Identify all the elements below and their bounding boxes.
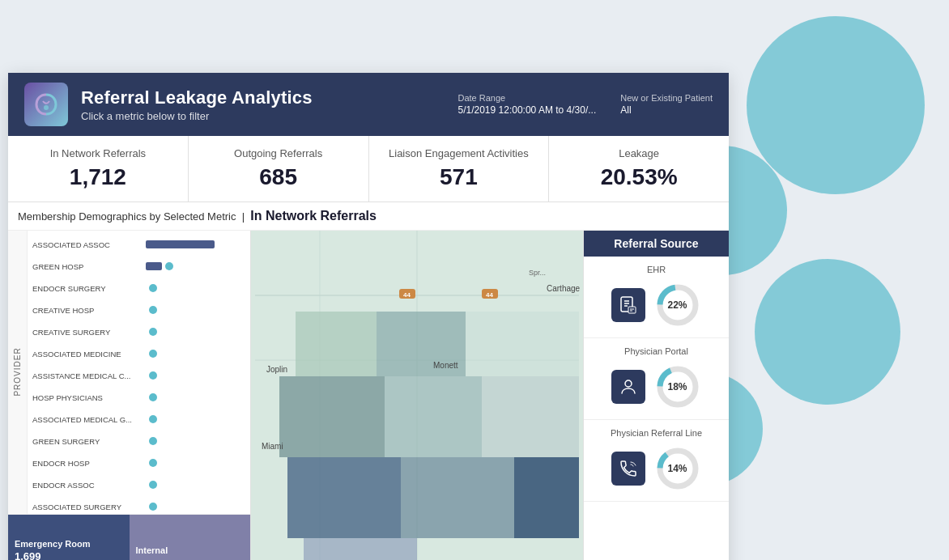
metric-in-network[interactable]: In Network Referrals 1,712 [8,136,189,202]
provider-dot [149,284,157,292]
list-item[interactable]: ASSOCIATED SURGERY [28,496,250,514]
svg-marker-11 [482,376,579,457]
list-item[interactable]: GREEN HOSP [28,256,250,278]
dashboard-card: Referral Leakage Analytics Click a metri… [8,73,729,560]
metric-outgoing-label: Outgoing Referrals [202,147,355,161]
donut-chart: 22% [653,281,702,329]
svg-text:44: 44 [486,291,493,299]
list-item[interactable]: CREATIVE SURGERY [28,321,250,343]
logo [24,83,68,126]
provider-name: ASSOCIATED MEDICINE [32,350,146,358]
bottom-section: Emergency Room1,699Internal [8,514,250,560]
metric-liaison-value: 571 [382,164,536,190]
date-range-filter[interactable]: Date Range 5/1/2019 12:00:00 AM to 4/30/… [457,93,596,116]
list-item[interactable]: ASSISTANCE MEDICAL C... [28,365,250,387]
referral-source-label: EHR [594,265,719,274]
map-svg: Carthage Spr... Joplin Monett Miami 44 4… [251,231,583,560]
provider-dot [149,459,157,467]
svg-text:44: 44 [403,291,411,299]
provider-bar-area [146,458,245,468]
metric-liaison[interactable]: Liaison Engagement Activities 571 [369,136,550,202]
referral-source-item[interactable]: Physician Portal 18% [584,338,729,420]
decorative-circle-3 [755,259,900,405]
provider-axis-label: Provider [13,348,22,397]
svg-marker-6 [296,312,377,376]
list-item[interactable]: ENDOCR HOSP [28,452,250,474]
provider-dot [149,393,157,401]
svg-marker-9 [279,376,385,457]
treemap-label: Internal [136,545,245,555]
treemap-value: 1,699 [15,550,123,560]
list-item[interactable]: ASSOCIATED ASSOC [28,234,250,256]
provider-bar [146,240,215,248]
provider-bar-area [146,327,245,337]
donut-chart: 14% [653,444,702,493]
patient-filter[interactable]: New or Existing Patient All [620,93,713,116]
metric-leakage[interactable]: Leakage 20.53% [549,136,729,202]
header-titles: Referral Leakage Analytics Click a metri… [81,87,445,122]
dashboard-title: Referral Leakage Analytics [81,87,445,108]
referral-source-item[interactable]: EHR 22% [584,257,729,338]
provider-name: CREATIVE SURGERY [32,328,146,337]
svg-text:Miami: Miami [262,442,283,451]
provider-name: HOSP PHYSICIANS [32,393,146,402]
provider-bar-area [146,392,245,402]
list-item[interactable]: ENDOCR ASSOC [28,474,250,496]
svg-point-34 [625,380,632,387]
treemap-item[interactable]: Emergency Room1,699 [8,515,130,560]
donut-chart: 18% [653,363,702,411]
decorative-circle-1 [747,16,925,194]
metric-leakage-label: Leakage [562,147,716,161]
metric-outgoing[interactable]: Outgoing Referrals 685 [189,136,369,202]
provider-bar-area [146,371,245,380]
referral-sources-list: EHR 22% Physician Portal 18% Physician R… [584,257,729,502]
provider-dot [149,481,157,489]
referral-source-item[interactable]: Physician Referral Line 14% [584,420,729,502]
provider-name: ASSOCIATED SURGERY [32,503,146,511]
metric-leakage-value: 20.53% [562,164,716,190]
list-item[interactable]: HOSP PHYSICIANS [28,387,250,409]
referral-source-content: 22% [594,281,719,329]
provider-bar-area [146,480,245,490]
list-item[interactable]: CREATIVE HOSP [28,299,250,321]
provider-bar-area [146,240,245,249]
referral-source-label: Physician Referral Line [594,428,719,438]
referral-source-icon [611,288,645,322]
metric-in-network-label: In Network Referrals [21,147,175,161]
svg-point-0 [44,105,49,110]
treemap-item[interactable]: Internal [130,515,251,560]
provider-dot [149,306,157,314]
content-area: Provider ASSOCIATED ASSOCGREEN HOSPENDOC… [8,231,729,560]
list-item[interactable]: GREEN SURGERY [28,431,250,452]
provider-bar-area [146,436,245,446]
date-range-value: 5/1/2019 12:00:00 AM to 4/30/... [457,104,596,116]
provider-name: ASSOCIATED MEDICAL G... [32,415,146,424]
right-panel: Referral Source EHR 22% Physician Portal… [583,231,729,560]
list-item[interactable]: ENDOCR SURGERY [28,278,250,299]
provider-name: GREEN SURGERY [32,437,146,446]
svg-marker-12 [287,457,401,538]
metric-liaison-label: Liaison Engagement Activities [382,147,536,161]
provider-name: GREEN HOSP [32,262,146,271]
svg-marker-14 [514,457,579,538]
map-area: Carthage Spr... Joplin Monett Miami 44 4… [251,231,583,560]
svg-rect-29 [628,307,636,313]
metric-outgoing-value: 685 [202,164,355,190]
svg-text:Carthage: Carthage [547,284,581,293]
provider-name: ASSOCIATED ASSOC [32,240,146,249]
svg-marker-13 [401,457,514,538]
provider-bar-area [146,502,245,511]
date-range-label: Date Range [457,93,596,103]
provider-bar-area [146,261,245,271]
referral-source-icon [611,370,645,404]
list-item[interactable]: ASSOCIATED MEDICAL G... [28,409,250,431]
provider-axis: Provider [8,231,28,514]
svg-marker-10 [385,376,482,457]
section-header-highlight: In Network Referrals [250,209,377,223]
provider-name: ENDOCR HOSP [32,459,146,468]
provider-bar-area [146,305,245,315]
patient-label: New or Existing Patient [620,93,713,103]
list-item[interactable]: ASSOCIATED MEDICINE [28,343,250,365]
provider-bar-area [146,349,245,358]
donut-label: 18% [667,381,687,392]
